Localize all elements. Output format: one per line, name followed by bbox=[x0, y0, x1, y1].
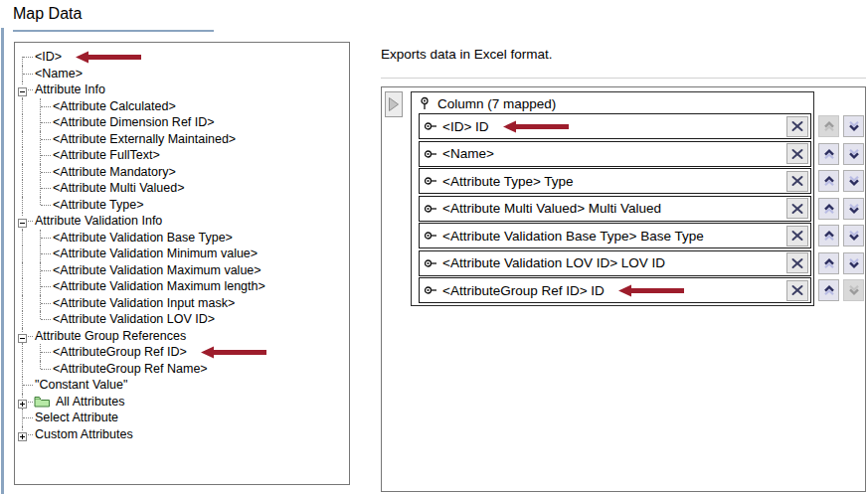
tree-guide-line bbox=[15, 164, 33, 181]
tree-item[interactable]: All Attributes bbox=[15, 394, 349, 411]
tree-item[interactable]: <Attribute Validation Minimum value> bbox=[15, 246, 349, 262]
tree-item[interactable]: Select Attribute bbox=[15, 410, 349, 426]
remove-mapping-button[interactable] bbox=[786, 280, 808, 301]
tree-item-label: <AttributeGroup Ref Name> bbox=[53, 362, 208, 376]
mapping-field[interactable]: <Name> bbox=[419, 141, 811, 167]
move-up-button[interactable] bbox=[818, 279, 839, 301]
mapping-pin-icon bbox=[424, 202, 437, 216]
tree-guide-line bbox=[33, 180, 51, 197]
move-down-button[interactable] bbox=[843, 170, 864, 192]
tree-item[interactable]: "Constant Value" bbox=[15, 377, 349, 394]
tree-item[interactable]: <Attribute Validation Input mask> bbox=[15, 295, 349, 312]
tree-item-label: <Attribute Validation LOV ID> bbox=[53, 312, 215, 326]
mapping-field[interactable]: <Attribute Validation LOV ID> LOV ID bbox=[419, 250, 811, 276]
tree-item-label: <ID> bbox=[35, 50, 62, 64]
mapping-field[interactable]: <Attribute Type> Type bbox=[419, 168, 811, 194]
tree-guide-line bbox=[15, 410, 33, 426]
remove-mapping-button[interactable] bbox=[786, 171, 808, 192]
tree-item[interactable]: <Attribute FullText> bbox=[15, 147, 349, 164]
mapping-panel: Column (7 mapped) <ID> ID<Name><Attribut… bbox=[381, 86, 866, 492]
remove-mapping-button[interactable] bbox=[786, 252, 808, 273]
tree-item[interactable]: <Attribute Dimension Ref ID> bbox=[15, 114, 349, 131]
mapping-row: <Attribute Validation LOV ID> LOV ID bbox=[419, 250, 866, 276]
mapping-row: <Attribute Multi Valued> Multi Valued bbox=[419, 196, 866, 222]
mapping-field-label: <Attribute Validation LOV ID> LOV ID bbox=[442, 255, 665, 270]
panel-separator bbox=[381, 78, 866, 79]
remove-mapping-button[interactable] bbox=[786, 116, 808, 137]
tree-item[interactable]: Attribute Validation Info bbox=[15, 213, 349, 230]
tree-item-label: <Attribute Calculated> bbox=[53, 99, 176, 113]
minus-expander-icon[interactable] bbox=[18, 217, 27, 226]
tree-item[interactable]: <Attribute Validation Base Type> bbox=[15, 230, 349, 247]
tree-item-label: Attribute Info bbox=[35, 82, 105, 96]
move-down-button[interactable] bbox=[843, 143, 864, 165]
tree-guide-line bbox=[15, 344, 33, 361]
row-selector-button[interactable] bbox=[385, 91, 403, 117]
export-description: Exports data in Excel format. bbox=[381, 47, 553, 62]
tree-guide-line bbox=[15, 66, 33, 82]
tree-item-label: <Attribute Mandatory> bbox=[53, 165, 176, 179]
tree-guide-line bbox=[33, 98, 51, 115]
tree-guide-line bbox=[15, 311, 33, 328]
tree-guide-line bbox=[15, 114, 33, 131]
move-down-button bbox=[843, 279, 864, 301]
accent-bar bbox=[1, 28, 4, 494]
tree-item[interactable]: <Name> bbox=[15, 66, 349, 82]
minus-expander-icon[interactable] bbox=[18, 332, 27, 341]
move-up-button[interactable] bbox=[818, 225, 839, 247]
mapping-rows: <ID> ID<Name><Attribute Type> Type<Attri… bbox=[419, 113, 866, 305]
mapping-field[interactable]: <Attribute Validation Base Type> Base Ty… bbox=[419, 223, 811, 248]
mapping-field-label: <ID> ID bbox=[442, 119, 489, 134]
mapping-field[interactable]: <ID> ID bbox=[419, 113, 811, 139]
move-down-button[interactable] bbox=[843, 115, 864, 137]
left-arrow-icon bbox=[618, 284, 684, 297]
plus-expander-icon[interactable] bbox=[18, 430, 27, 439]
tree-guide-line bbox=[33, 278, 51, 295]
page-title: Map Data bbox=[13, 5, 82, 23]
remove-mapping-button[interactable] bbox=[786, 198, 808, 219]
plus-expander-icon[interactable] bbox=[18, 398, 27, 407]
mapping-pin-icon bbox=[424, 229, 437, 243]
move-down-button[interactable] bbox=[843, 225, 864, 247]
tree-item[interactable]: <Attribute Externally Maintained> bbox=[15, 131, 349, 148]
minus-expander-icon[interactable] bbox=[18, 85, 27, 94]
tree-item[interactable]: <Attribute Type> bbox=[15, 197, 349, 214]
move-up-button[interactable] bbox=[818, 170, 839, 192]
tree-item-label: <Attribute Validation Maximum length> bbox=[53, 279, 265, 293]
tree-item[interactable]: Attribute Group References bbox=[15, 328, 349, 345]
tree-guide-line bbox=[15, 246, 33, 262]
tree-item[interactable]: <Attribute Calculated> bbox=[15, 98, 349, 115]
remove-mapping-button[interactable] bbox=[786, 143, 808, 164]
tree-item[interactable]: <AttributeGroup Ref Name> bbox=[15, 361, 349, 378]
move-up-button[interactable] bbox=[818, 198, 839, 220]
mapping-field[interactable]: <AttributeGroup Ref ID> ID bbox=[419, 277, 811, 303]
move-down-button[interactable] bbox=[843, 198, 864, 220]
remove-mapping-button[interactable] bbox=[786, 226, 808, 247]
move-down-button[interactable] bbox=[843, 252, 864, 274]
tree-guide-line bbox=[15, 49, 33, 66]
move-up-button[interactable] bbox=[818, 143, 839, 165]
tree-guide-line bbox=[33, 361, 51, 378]
tree-item[interactable]: <Attribute Validation Maximum value> bbox=[15, 262, 349, 279]
mapping-pin-icon bbox=[424, 283, 437, 297]
move-up-button[interactable] bbox=[818, 252, 839, 274]
tree-item-label: <AttributeGroup Ref ID> bbox=[53, 345, 187, 359]
tree-item-label: Attribute Group References bbox=[35, 329, 186, 343]
mapping-field-label: <Attribute Multi Valued> Multi Valued bbox=[442, 201, 661, 216]
tree-item-label: Custom Attributes bbox=[35, 427, 133, 441]
tree-item[interactable]: <Attribute Validation LOV ID> bbox=[15, 311, 349, 328]
mapping-pin-icon bbox=[424, 119, 437, 133]
tree-guide-line bbox=[33, 131, 51, 148]
tree-item-label: Select Attribute bbox=[35, 411, 118, 424]
tree-item[interactable]: Attribute Info bbox=[15, 82, 349, 98]
tree-guide-line bbox=[33, 246, 51, 262]
mapping-field[interactable]: <Attribute Multi Valued> Multi Valued bbox=[419, 196, 811, 222]
tree-item[interactable]: <AttributeGroup Ref ID> bbox=[15, 344, 349, 361]
tree-item[interactable]: <Attribute Mandatory> bbox=[15, 164, 349, 181]
tree-item[interactable]: <Attribute Multi Valued> bbox=[15, 180, 349, 197]
left-arrow-icon bbox=[503, 120, 569, 133]
tree-guide-line bbox=[33, 262, 51, 279]
tree-item[interactable]: Custom Attributes bbox=[15, 426, 349, 443]
tree-item[interactable]: <ID> bbox=[15, 49, 349, 66]
tree-item[interactable]: <Attribute Validation Maximum length> bbox=[15, 278, 349, 295]
